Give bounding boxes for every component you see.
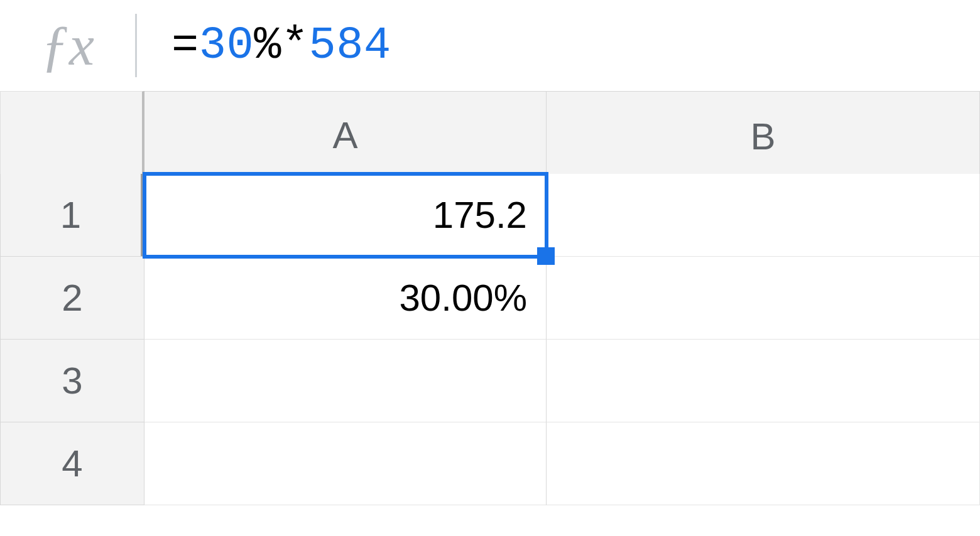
formula-input[interactable]: =30%*584 (172, 0, 980, 91)
cell-B2[interactable] (547, 257, 980, 340)
fill-handle[interactable] (537, 247, 555, 265)
cell-A3[interactable] (144, 340, 547, 422)
cell-B4[interactable] (547, 422, 980, 505)
formula-bar: ƒx =30%*584 (0, 0, 980, 91)
formula-token: 584 (309, 20, 391, 72)
row-header-3[interactable]: 3 (0, 340, 144, 422)
formula-token: 30 (199, 20, 254, 72)
cell-A2[interactable]: 30.00% (144, 257, 547, 340)
cell-A4[interactable] (144, 422, 547, 505)
cell-A1[interactable]: 175.2 (144, 174, 547, 257)
select-all-corner[interactable] (0, 91, 144, 182)
cell-value: 175.2 (433, 193, 527, 237)
row-header-2[interactable]: 2 (0, 257, 144, 340)
column-header-A[interactable]: A (144, 91, 547, 182)
cell-value: 30.00% (400, 276, 528, 319)
fx-icon[interactable]: ƒx (0, 0, 135, 91)
fx-separator (135, 14, 137, 78)
row-header-1[interactable]: 1 (0, 174, 144, 257)
spreadsheet-grid: A B 1 175.2 2 30.00% 3 4 (0, 91, 980, 505)
formula-token: %* (254, 20, 308, 72)
cell-B3[interactable] (547, 340, 980, 422)
formula-token: = (172, 20, 199, 72)
row-header-4[interactable]: 4 (0, 422, 144, 505)
column-header-B[interactable]: B (547, 91, 980, 182)
cell-B1[interactable] (547, 174, 980, 257)
